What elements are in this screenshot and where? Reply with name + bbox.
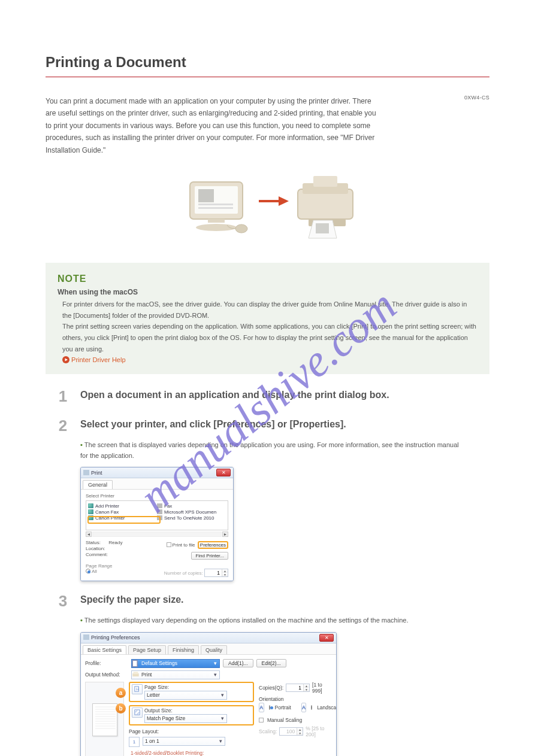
print-dialog-tabs: General — [81, 478, 233, 490]
list-item[interactable]: Microsoft XPS Documen — [157, 509, 226, 515]
scaling-label: Scaling: — [259, 728, 277, 734]
page-range-all-label: All — [92, 569, 97, 574]
edit-button[interactable]: Edit(2)... — [256, 659, 286, 667]
tab-basic-settings[interactable]: Basic Settings — [83, 645, 126, 654]
doc-code: 0XW4-CS — [464, 95, 489, 101]
preferences-dialog-window: Printing Preferences ✕ Basic Settings Pa… — [80, 632, 337, 756]
close-icon[interactable]: ✕ — [216, 469, 231, 476]
chevron-down-icon: ▾ — [211, 672, 219, 678]
onenote-icon — [157, 515, 162, 520]
chevron-down-icon: ▾ — [219, 692, 226, 698]
status-label: Status: — [86, 540, 101, 545]
copies-input[interactable] — [286, 684, 303, 691]
scaling-spinner: ▲▼ — [279, 727, 303, 736]
note-body-text-2: The print setting screen varies dependin… — [62, 323, 476, 352]
step-3: 3 Specify the paper size. — [46, 592, 489, 611]
chevron-down-icon: ▾ — [217, 738, 225, 744]
landscape-icon: A — [301, 703, 307, 712]
output-method-select[interactable]: Print ▾ — [131, 670, 220, 679]
output-size-icon — [132, 708, 143, 718]
page-size-label: Page Size: — [144, 684, 227, 690]
landscape-radio[interactable] — [311, 705, 312, 710]
tab-general[interactable]: General — [83, 480, 113, 489]
copies-spinner[interactable]: ▲▼ — [286, 684, 310, 692]
svg-text:12: 12 — [136, 687, 140, 691]
page-layout-select[interactable]: 1 on 1 ▾ — [143, 737, 225, 746]
note-heading: NOTE — [58, 274, 477, 284]
help-link[interactable]: Printer Driver Help — [71, 356, 125, 363]
chevron-down-icon: ▾ — [219, 715, 226, 721]
svg-rect-5 — [208, 219, 225, 223]
profile-value: Default Settings — [140, 660, 211, 666]
list-item[interactable]: Canon Fax — [88, 509, 157, 515]
printer-small-icon — [132, 671, 140, 679]
svg-point-7 — [235, 224, 247, 233]
output-size-select[interactable]: Match Page Size ▾ — [144, 714, 227, 723]
page-size-select[interactable]: Letter ▾ — [144, 691, 227, 700]
preferences-button[interactable]: Preferences — [198, 541, 228, 549]
scaling-input — [280, 728, 297, 735]
step-3-body-text: The settings displayed vary depending on… — [84, 617, 409, 624]
preferences-dialog-screenshot: Printing Preferences ✕ Basic Settings Pa… — [80, 632, 489, 756]
note-body-text-1: For printer drivers for the macOS, see t… — [62, 300, 467, 319]
tab-page-setup[interactable]: Page Setup — [128, 645, 166, 654]
play-icon — [62, 356, 69, 363]
profile-label: Profile: — [85, 660, 128, 666]
page-size-icon: 12 — [132, 684, 143, 694]
copies-input[interactable] — [205, 569, 222, 576]
manual-scaling-checkbox[interactable] — [259, 718, 264, 722]
step-3-number: 3 — [46, 592, 80, 611]
note-box: NOTE When using the macOS For printer dr… — [46, 263, 489, 374]
step-2: 2 Select your printer, and click [Prefer… — [46, 417, 489, 435]
printer-scrollbar[interactable]: ◄► — [86, 532, 228, 537]
portrait-radio[interactable] — [269, 705, 270, 710]
comment-label: Comment: — [86, 552, 122, 557]
step-3-title: Specify the paper size. — [80, 592, 184, 605]
add-button[interactable]: Add(1)... — [223, 659, 253, 667]
print-dialog-titlebar: Print ✕ — [81, 467, 233, 478]
svg-point-6 — [196, 224, 237, 231]
svg-marker-9 — [279, 196, 289, 206]
step-1-number: 1 — [46, 387, 80, 406]
printer-icon — [88, 509, 93, 514]
step-2-title: Select your printer, and click [Preferen… — [80, 417, 346, 430]
step-1-title: Open a document in an application and di… — [80, 387, 389, 400]
list-item[interactable]: Fax — [157, 503, 226, 509]
page-title: Printing a Document — [46, 54, 489, 71]
preferences-window-icon — [83, 634, 89, 640]
note-subheading: When using the macOS — [58, 288, 477, 296]
callout-a-icon: a — [116, 688, 126, 698]
svg-rect-4 — [198, 207, 233, 209]
printer-list: Add Printer Canon Fax Canon Printer Fax … — [86, 500, 228, 530]
booklet-caption: 1-sided/2-sided/Booklet Printing: — [131, 750, 254, 756]
output-size-label: Output Size: — [144, 708, 227, 714]
profile-icon — [132, 660, 140, 667]
list-item[interactable]: Canon Printer — [88, 515, 157, 521]
page-range-all-radio[interactable] — [86, 569, 90, 573]
portrait-icon: A — [259, 703, 264, 712]
close-icon[interactable]: ✕ — [319, 634, 334, 642]
tab-finishing[interactable]: Finishing — [168, 645, 199, 654]
list-item[interactable]: Send To OneNote 2010 — [157, 515, 226, 521]
print-to-file-checkbox[interactable] — [167, 542, 171, 547]
portrait-label: Portrait — [275, 705, 291, 711]
list-item[interactable]: Add Printer — [88, 503, 157, 509]
print-dialog-screenshot: Print ✕ General Select Printer Add Print… — [80, 467, 489, 581]
copies-spinner[interactable]: ▲▼ — [204, 569, 228, 577]
output-method-value: Print — [140, 672, 211, 678]
step-2-number: 2 — [46, 417, 80, 435]
page-size-highlight: 12 Page Size: Letter ▾ — [129, 682, 254, 702]
profile-select[interactable]: Default Settings ▾ — [131, 659, 220, 668]
preferences-title: Printing Preferences — [91, 634, 140, 640]
find-printer-button[interactable]: Find Printer... — [191, 552, 228, 560]
scaling-hint: % [25 to 200] — [306, 725, 332, 737]
note-body: For printer drivers for the macOS, see t… — [58, 299, 477, 366]
page-range-label: Page Range — [86, 563, 228, 569]
svg-rect-3 — [198, 204, 233, 205]
preferences-tabs: Basic Settings Page Setup Finishing Qual… — [81, 643, 336, 655]
tab-quality[interactable]: Quality — [201, 645, 227, 654]
copies-hint: [1 to 999] — [312, 682, 332, 694]
print-dialog-window: Print ✕ General Select Printer Add Print… — [80, 467, 234, 581]
step-1: 1 Open a document in an application and … — [46, 387, 489, 406]
page-layout-label: Page Layout: — [129, 728, 254, 734]
